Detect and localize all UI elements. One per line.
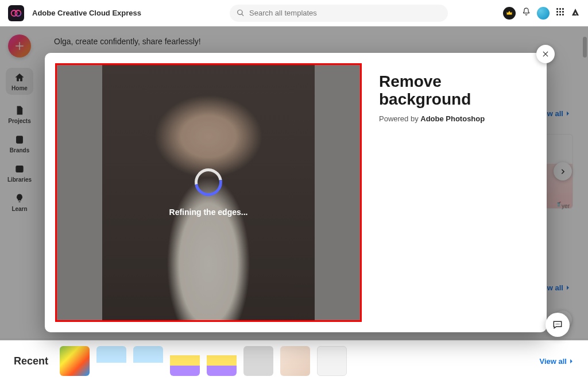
close-button[interactable] — [536, 45, 555, 63]
recent-thumb[interactable] — [207, 346, 237, 376]
svg-rect-7 — [562, 11, 564, 13]
svg-point-13 — [556, 324, 557, 325]
crown-icon — [506, 10, 513, 17]
recent-row: Recent View all — [0, 339, 588, 384]
app-name: Adobe Creative Cloud Express — [32, 9, 141, 17]
view-all-label: View all — [540, 357, 567, 366]
svg-rect-10 — [562, 14, 564, 16]
modal-subtitle: Powered by Adobe Photoshop — [379, 114, 529, 123]
search-input[interactable] — [249, 9, 441, 17]
app-logo — [8, 5, 24, 21]
adobe-a-icon — [571, 7, 580, 17]
image-preview: Refining the edges... — [55, 63, 362, 322]
svg-rect-2 — [556, 8, 558, 10]
recent-thumb[interactable] — [243, 346, 273, 376]
recent-thumb[interactable] — [170, 346, 200, 376]
remove-background-modal: Refining the edges... Remove background … — [45, 53, 547, 332]
spinner-icon — [189, 163, 228, 202]
topbar: Adobe Creative Cloud Express — [0, 0, 588, 26]
notifications-button[interactable] — [521, 7, 531, 19]
feedback-button[interactable] — [546, 313, 570, 337]
svg-point-1 — [15, 10, 21, 16]
apps-grid-icon — [555, 7, 565, 17]
user-avatar[interactable] — [537, 7, 550, 20]
processing-overlay: Refining the edges... — [57, 65, 360, 320]
svg-rect-5 — [556, 11, 558, 13]
adobe-express-logo-icon — [10, 7, 22, 19]
recent-thumb[interactable] — [133, 346, 163, 376]
recent-thumb[interactable] — [96, 346, 126, 376]
chevron-right-icon — [568, 358, 574, 364]
search-icon — [237, 9, 245, 17]
processing-status: Refining the edges... — [169, 208, 248, 217]
svg-point-15 — [559, 324, 560, 325]
svg-rect-4 — [562, 8, 564, 10]
svg-rect-3 — [559, 8, 561, 10]
svg-rect-9 — [559, 14, 561, 16]
close-icon — [541, 50, 550, 58]
recent-thumb[interactable] — [280, 346, 310, 376]
app-switcher-button[interactable] — [555, 7, 565, 19]
recent-title: Recent — [14, 355, 48, 367]
topbar-right — [503, 7, 580, 20]
recent-thumb[interactable] — [60, 346, 90, 376]
svg-rect-6 — [559, 11, 561, 13]
recent-thumb[interactable] — [317, 346, 347, 376]
recent-view-all-link[interactable]: View all — [540, 357, 574, 366]
svg-rect-8 — [556, 14, 558, 16]
svg-point-14 — [557, 324, 558, 325]
premium-badge[interactable] — [503, 7, 516, 20]
adobe-link[interactable] — [571, 7, 580, 19]
bell-icon — [521, 7, 531, 17]
chat-icon — [552, 319, 563, 331]
modal-title: Remove background — [379, 72, 529, 109]
search-field[interactable] — [230, 5, 448, 22]
modal-side-panel: Remove background Powered by Adobe Photo… — [362, 53, 547, 332]
